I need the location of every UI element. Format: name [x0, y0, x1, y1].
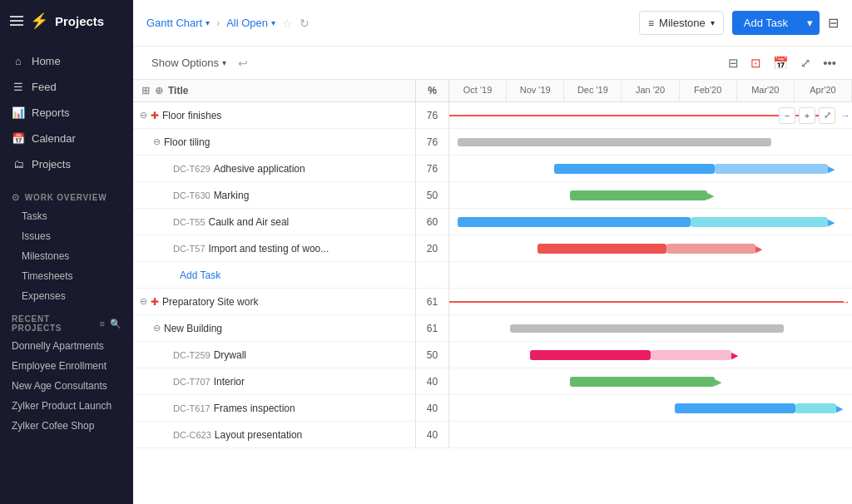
task-label[interactable]: Floor finishes: [162, 110, 221, 121]
expand-row-icon[interactable]: ⊖: [140, 296, 147, 307]
recent-project-4[interactable]: Zylker Product Launch: [0, 396, 133, 416]
task-id: DC-T57: [173, 244, 206, 254]
task-name-floor-finishes: ⊖ ✚ Floor finishes: [133, 102, 416, 128]
add-task-button[interactable]: Add Task ▾: [732, 11, 820, 35]
task-label[interactable]: Interior: [214, 376, 245, 388]
table-row: DC-T617 Frames inspection 40 ▶: [133, 395, 852, 422]
expand-row-icon[interactable]: ⊖: [153, 136, 161, 147]
work-item-timesheets[interactable]: Timesheets: [0, 266, 133, 286]
month-mar20: Mar'20: [737, 80, 795, 101]
split-view-icon[interactable]: ⊡: [748, 53, 764, 73]
sidebar-item-calendar[interactable]: 📅 Calendar: [0, 126, 133, 151]
star-icon[interactable]: ☆: [282, 17, 293, 30]
task-id: DC-C623: [173, 430, 211, 440]
task-label[interactable]: Caulk and Air seal: [209, 216, 290, 228]
more-options-icon[interactable]: •••: [820, 53, 839, 72]
expand-row-icon[interactable]: ⊖: [153, 323, 161, 334]
sidebar: ⚡ Projects ⌂ Home ☰ Feed 📊 Reports 📅 Cal…: [0, 0, 133, 504]
task-pct: 61: [416, 289, 449, 314]
table-row: ⊖ New Building 61: [133, 315, 852, 342]
toolbar-left: Show Options ▾ ↩: [146, 53, 248, 72]
add-task-link[interactable]: Add Task: [173, 269, 220, 281]
breadcrumb-allopen[interactable]: All Open ▾: [226, 17, 275, 29]
list-icon[interactable]: ≡: [100, 319, 105, 329]
show-options-chevron-icon: ▾: [222, 58, 226, 67]
task-id: DC-T55: [173, 217, 206, 227]
work-item-expenses[interactable]: Expenses: [0, 286, 133, 306]
group-task-icon: ✚: [151, 110, 159, 121]
task-label[interactable]: Frames inspection: [214, 403, 295, 414]
task-name-preparatory: ⊖ ✚ Preparatory Site work: [133, 289, 416, 314]
task-pct: 76: [416, 102, 449, 128]
plus-btn[interactable]: +: [799, 107, 815, 124]
task-pct: 40: [416, 368, 449, 394]
show-options-button[interactable]: Show Options ▾: [146, 53, 231, 72]
expand-btn[interactable]: ⤢: [819, 107, 835, 124]
month-apr20: Apr'20: [795, 80, 852, 101]
expand-all-icon[interactable]: ⊕: [155, 85, 163, 96]
gantt-header: ⊞ ⊕ Title % Oct '19 Nov '19 Dec '19 Jan …: [133, 80, 852, 102]
task-bar-area: ▶: [449, 395, 852, 421]
hamburger-icon[interactable]: [10, 16, 23, 26]
task-name-frames: DC-T617 Frames inspection: [133, 395, 416, 421]
work-overview-section: ⊙ WORK OVERVIEW: [0, 184, 133, 206]
task-label[interactable]: New Building: [164, 323, 222, 334]
task-bar-area: ▶: [449, 368, 852, 394]
table-row: ⊖ Floor tiling 76: [133, 129, 852, 156]
expand-row-icon[interactable]: ⊖: [140, 110, 147, 121]
work-item-milestones[interactable]: Milestones: [0, 246, 133, 266]
topbar: Gantt Chart ▾ › All Open ▾ ☆ ↻ ≡ Milesto…: [133, 0, 852, 47]
expand-icon[interactable]: ⤢: [798, 53, 814, 73]
month-dec19: Dec '19: [564, 80, 622, 101]
reports-icon: 📊: [12, 106, 25, 119]
feed-icon: ☰: [12, 81, 25, 93]
breadcrumb-gantt[interactable]: Gantt Chart ▾: [146, 17, 210, 29]
work-item-issues[interactable]: Issues: [0, 226, 133, 246]
app-name: Projects: [55, 14, 104, 28]
task-id: DC-T259: [173, 350, 211, 360]
milestone-button[interactable]: ≡ Milestone ▾: [639, 11, 724, 35]
recent-project-5[interactable]: Zylker Cofee Shop: [0, 416, 133, 436]
minus-btn[interactable]: −: [779, 107, 795, 124]
recent-project-1[interactable]: Donnelly Apartments: [0, 336, 133, 356]
add-task-row: Add Task: [133, 262, 416, 288]
month-nov19: Nov '19: [507, 80, 564, 101]
task-id: DC-T630: [173, 190, 211, 200]
sidebar-item-reports[interactable]: 📊 Reports: [0, 100, 133, 126]
sidebar-item-projects[interactable]: 🗂 Projects: [0, 151, 133, 177]
gantt-body: ⊖ ✚ Floor finishes 76 → − + ⤢: [133, 102, 852, 504]
gantt-view-icon[interactable]: ⊟: [726, 53, 741, 73]
add-task-dropdown-icon[interactable]: ▾: [800, 11, 820, 35]
task-label[interactable]: Preparatory Site work: [162, 296, 258, 308]
task-name-marking: DC-T630 Marking: [133, 182, 416, 208]
task-bar-area: ▶: [449, 182, 852, 208]
sidebar-item-feed[interactable]: ☰ Feed: [0, 74, 133, 100]
task-label[interactable]: Adhesive application: [214, 163, 305, 175]
recent-project-2[interactable]: Employee Enrollment: [0, 356, 133, 376]
task-label[interactable]: Layout presentation: [215, 429, 302, 441]
toolbar-right: ⊟ ⊡ 📅 ⤢ •••: [726, 53, 839, 73]
filter-icon[interactable]: ⊟: [828, 15, 839, 31]
table-row: DC-T57 Import and testing of woo... 20 ▶: [133, 235, 852, 262]
task-label[interactable]: Marking: [214, 190, 250, 201]
milestone-dropdown-icon: ▾: [711, 18, 715, 27]
task-label[interactable]: Import and testing of woo...: [209, 243, 329, 254]
work-item-tasks[interactable]: Tasks: [0, 206, 133, 226]
task-pct: 50: [416, 342, 449, 368]
topbar-left: Gantt Chart ▾ › All Open ▾ ☆ ↻: [146, 17, 310, 30]
refresh-icon[interactable]: ↻: [300, 17, 310, 30]
task-label[interactable]: Floor tiling: [164, 136, 210, 148]
search-icon[interactable]: 🔍: [110, 319, 121, 329]
undo-icon[interactable]: ↩: [238, 57, 248, 70]
task-bar-area: [449, 129, 852, 155]
recent-project-3[interactable]: New Age Consultants: [0, 376, 133, 396]
table-row: DC-T259 Drywall 50 ▶: [133, 342, 852, 368]
task-bar-area: ▶: [449, 342, 852, 368]
calendar-view-icon[interactable]: 📅: [770, 53, 791, 73]
task-name-interior: DC-T707 Interior: [133, 368, 416, 394]
task-label[interactable]: Drywall: [214, 349, 246, 361]
task-name-new-building: ⊖ New Building: [133, 315, 416, 341]
group-task-icon: ✚: [151, 296, 159, 308]
task-bar-area: [449, 422, 852, 447]
sidebar-item-home[interactable]: ⌂ Home: [0, 48, 133, 74]
